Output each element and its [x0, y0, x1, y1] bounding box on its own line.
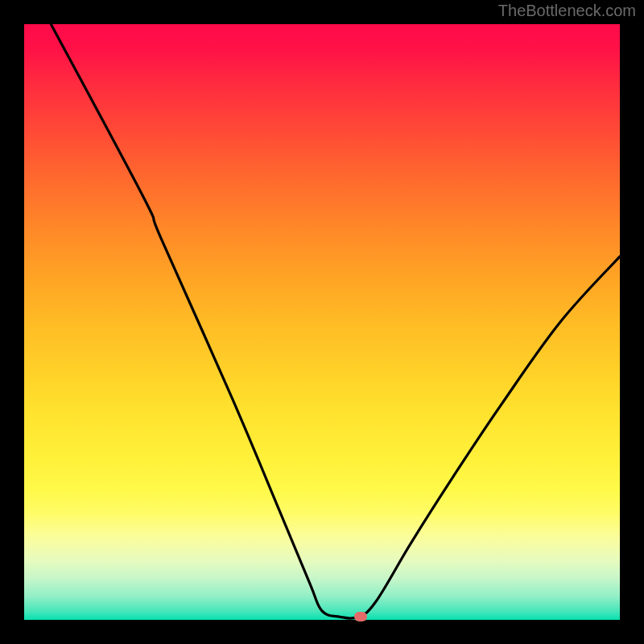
plot-area — [24, 24, 620, 620]
watermark-text: TheBottleneck.com — [498, 2, 636, 20]
minimum-marker — [354, 612, 367, 621]
bottleneck-curve — [24, 24, 620, 620]
chart-container: TheBottleneck.com — [0, 0, 644, 644]
